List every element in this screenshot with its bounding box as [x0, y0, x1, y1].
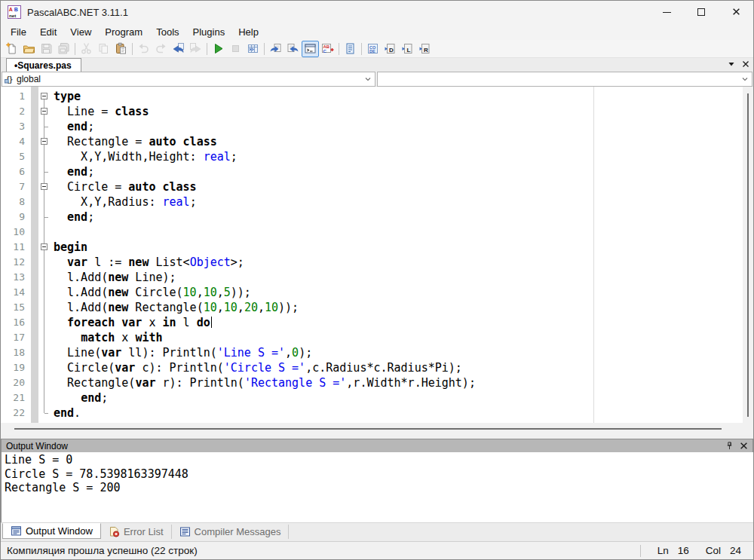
goto-implementation-button[interactable] — [284, 41, 302, 57]
code-text: Rectangle(var r): Println('Rectangle S =… — [51, 375, 476, 390]
navigate-back-button[interactable] — [170, 41, 187, 57]
code-text: Circle = auto class — [51, 179, 197, 194]
svg-text:net: net — [9, 13, 16, 18]
cut-icon — [80, 42, 93, 55]
abc-tools-icon: ABC — [321, 42, 334, 55]
fold-margin[interactable] — [38, 89, 51, 104]
line-number: 20 — [1, 375, 31, 390]
code-text: end; — [51, 390, 108, 405]
goto-definition-button[interactable] — [267, 41, 284, 57]
fold-margin — [38, 360, 51, 375]
tab-squares-pas[interactable]: •Squares.pas — [6, 58, 81, 72]
menu-help[interactable]: Help — [231, 25, 265, 39]
fold-margin — [38, 149, 51, 164]
line-number: 5 — [1, 149, 31, 164]
close-button[interactable] — [719, 1, 753, 23]
save-all-icon — [57, 42, 70, 55]
code-line-6: 6 end; — [1, 164, 743, 179]
code-text: foreach var x in l do — [51, 315, 212, 330]
fold-margin[interactable] — [38, 104, 51, 119]
menu-view[interactable]: View — [63, 25, 98, 39]
code-text: l.Add(new Circle(10,10,5)); — [51, 285, 251, 300]
show-output-window-button[interactable] — [302, 41, 319, 57]
tab-error-list[interactable]: Error List — [101, 525, 172, 539]
code-templates-button[interactable]: CODE — [364, 41, 382, 57]
svg-text:L: L — [407, 47, 411, 54]
code-text: X,Y,Width,Height: real; — [51, 149, 238, 164]
vertical-scroll-thumb[interactable] — [747, 93, 749, 417]
menu-tools[interactable]: Tools — [149, 25, 185, 39]
template-d-button[interactable]: D — [382, 41, 399, 57]
chevron-down-icon[interactable] — [364, 75, 372, 83]
code-line-17: 17 match x with — [1, 330, 743, 345]
output-line: Rectangle S = 200 — [5, 481, 753, 495]
scope-combobox[interactable]: {} global — [2, 72, 375, 87]
maximize-button[interactable] — [684, 1, 719, 23]
expression-calculator-button[interactable] — [244, 41, 262, 57]
paste-button[interactable] — [112, 41, 130, 57]
code-line-7: 7 Circle = auto class — [1, 179, 743, 194]
format-document-button[interactable] — [342, 41, 359, 57]
tab-list-dropdown-icon[interactable] — [728, 60, 735, 68]
abc-tools-button[interactable]: ABC — [319, 41, 336, 57]
open-file-button[interactable] — [20, 41, 38, 57]
editor-horizontal-scrollbar[interactable] — [1, 423, 743, 435]
close-document-icon[interactable] — [742, 60, 749, 68]
line-number: 15 — [1, 300, 31, 315]
horizontal-scroll-thumb[interactable] — [14, 428, 722, 430]
redo-icon — [155, 42, 167, 55]
scrollbar-corner — [743, 423, 753, 435]
menu-program[interactable]: Program — [98, 25, 149, 39]
menu-file[interactable]: File — [4, 25, 33, 39]
fold-margin[interactable] — [38, 134, 51, 149]
column-number-value: 24 — [730, 545, 741, 556]
template-r-button[interactable]: R — [416, 41, 434, 57]
member-combobox[interactable] — [377, 72, 752, 87]
run-button[interactable] — [210, 41, 227, 57]
fold-margin — [38, 375, 51, 390]
tab-compiler-messages[interactable]: Compiler Messages — [172, 525, 290, 539]
fold-margin[interactable] — [38, 179, 51, 194]
code-lines: 1type2 Line = class3 end;4 Rectangle = a… — [1, 89, 743, 421]
run-icon — [212, 42, 225, 55]
code-text: end; — [51, 119, 94, 134]
minimize-button[interactable] — [649, 1, 684, 23]
chevron-down-icon[interactable] — [741, 75, 749, 83]
line-number: 6 — [1, 164, 31, 179]
line-number: 13 — [1, 270, 31, 285]
window-title: PascalABC.NET 3.11.1 — [27, 7, 128, 18]
editor-vertical-scrollbar[interactable] — [743, 87, 753, 423]
scope-value: global — [17, 74, 41, 84]
menu-plugins[interactable]: Plugins — [186, 25, 232, 39]
copy-icon — [97, 42, 110, 55]
code-text: begin — [51, 240, 87, 255]
new-file-icon — [5, 42, 18, 55]
code-text: var l := new List<Object>; — [51, 255, 244, 270]
template-l-button[interactable]: L — [399, 41, 416, 57]
code-editor[interactable]: 1type2 Line = class3 end;4 Rectangle = a… — [1, 87, 753, 435]
undo-button — [135, 41, 152, 57]
minimize-icon — [663, 12, 671, 13]
toolbar-separator — [264, 43, 265, 55]
code-line-20: 20 Rectangle(var r): Println('Rectangle … — [1, 375, 743, 390]
fold-margin — [38, 390, 51, 405]
line-number: 2 — [1, 104, 31, 119]
fold-margin[interactable] — [38, 240, 51, 255]
line-number: 17 — [1, 330, 31, 345]
menu-edit[interactable]: Edit — [33, 25, 63, 39]
code-line-10: 10 — [1, 225, 743, 240]
fold-margin — [38, 194, 51, 210]
compiler-messages-icon — [179, 526, 191, 537]
line-number: 12 — [1, 255, 31, 270]
output-window-icon — [11, 525, 22, 537]
close-panel-icon[interactable] — [740, 442, 748, 450]
code-templates-icon: CODE — [366, 42, 379, 55]
format-document-icon — [344, 42, 357, 55]
pin-panel-icon[interactable] — [725, 442, 734, 450]
new-file-button[interactable] — [3, 41, 20, 57]
output-window-header: Output Window — [1, 439, 753, 452]
fold-margin — [38, 300, 51, 315]
tab-output-window[interactable]: Output Window — [2, 523, 101, 539]
template-d-icon: D — [384, 42, 397, 55]
code-line-14: 14 l.Add(new Circle(10,10,5)); — [1, 285, 743, 300]
